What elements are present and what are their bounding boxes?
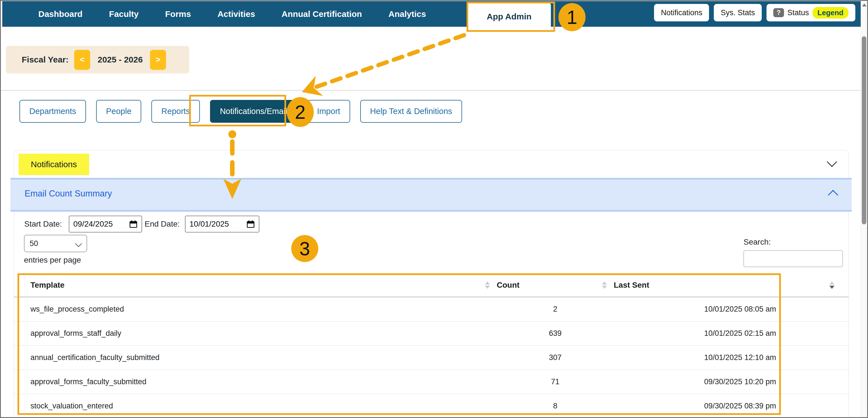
notifications-accordion-label: Notifications [31,160,77,169]
chevron-up-icon[interactable] [829,191,837,200]
notifications-accordion-header[interactable]: Notifications [19,154,89,175]
nav-item-dashboard[interactable]: Dashboard [38,9,83,19]
table-row: stock_valuation_entered 8 09/30/2025 08:… [14,394,848,418]
header-cell-template[interactable]: Template [30,281,497,290]
search-input[interactable] [743,250,843,267]
nav-item-analytics[interactable]: Analytics [389,9,426,19]
cell-count: 307 [497,353,614,362]
cell-template: annual_certification_faculty_submitted [30,353,497,362]
end-date-label: End Date: [145,219,180,229]
status-button[interactable]: ? Status Legend [767,4,855,22]
tab-people[interactable]: People [96,100,141,123]
cell-count: 8 [497,402,614,410]
sort-icon-descending-active[interactable] [829,281,834,289]
nav-item-app-admin-active[interactable]: App Admin [467,3,551,30]
email-count-table: Template Count Last Sent ws_file_process… [14,274,848,418]
start-date-label: Start Date: [24,219,62,229]
cell-count: 639 [497,329,614,338]
vertical-scrollbar[interactable] [861,1,867,417]
cell-last-sent: 10/01/2025 08:05 am [614,305,776,314]
header-cell-count[interactable]: Count [497,281,614,290]
tab-reports[interactable]: Reports [151,100,200,123]
header-template-label: Template [30,281,65,290]
cell-last-sent: 09/30/2025 10:20 pm [614,378,776,386]
help-question-icon: ? [773,8,784,17]
page-size-value: 50 [30,239,38,248]
cell-template: stock_valuation_entered [30,402,497,410]
entries-per-page-label: entries per page [24,255,81,265]
nav-item-faculty[interactable]: Faculty [109,9,139,19]
cell-template: approval_forms_faculty_submitted [30,378,497,386]
fiscal-year-next-button[interactable]: > [150,50,166,70]
cell-template: ws_file_process_completed [30,305,497,314]
table-header-row: Template Count Last Sent [14,274,848,297]
section-divider [1,90,861,91]
cell-count: 71 [497,378,614,386]
cell-last-sent: 09/30/2025 08:39 pm [614,402,776,410]
email-count-summary-label: Email Count Summary [25,188,112,199]
chevron-down-icon[interactable] [828,158,836,167]
header-cell-last-sent[interactable]: Last Sent [614,281,776,290]
cell-template: approval_forms_staff_daily [30,329,497,338]
nav-links: Dashboard Faculty Forms Activities Annua… [38,1,426,27]
sys-stats-button[interactable]: Sys. Stats [714,4,762,22]
app-window: Dashboard Faculty Forms Activities Annua… [0,0,868,418]
table-row: ws_file_process_completed 2 10/01/2025 0… [14,297,848,321]
chevron-down-icon [75,240,82,247]
tab-notifications-email[interactable]: Notifications/Email [210,100,297,123]
header-count-label: Count [497,281,520,290]
legend-badge[interactable]: Legend [812,7,848,19]
start-date-input[interactable] [69,216,142,233]
sys-stats-button-label: Sys. Stats [720,8,755,17]
notifications-button[interactable]: Notifications [654,4,709,22]
tab-departments[interactable]: Departments [20,100,86,123]
sort-icon[interactable] [485,281,490,289]
tab-import[interactable]: Import [307,100,350,123]
header-cell-trailing [776,281,848,289]
scroll-up-arrow-icon[interactable] [862,3,867,6]
scrollbar-thumb[interactable] [862,36,866,224]
email-count-summary-accordion-header[interactable]: Email Count Summary [10,178,851,212]
tab-help-text-definitions[interactable]: Help Text & Definitions [360,100,462,123]
page-size-select[interactable]: 50 [24,235,87,252]
arrowhead-icon [302,76,323,96]
admin-tab-bar: Departments People Reports Notifications… [20,100,462,123]
status-button-label: Status [787,8,809,17]
table-row: annual_certification_faculty_submitted 3… [14,346,848,370]
fiscal-year-value: 2025 - 2026 [97,55,143,65]
arrow-start-dot [228,130,236,138]
end-date-input[interactable] [185,216,259,233]
header-last-sent-label: Last Sent [614,281,649,289]
cell-last-sent: 10/01/2025 02:15 am [614,329,776,338]
fiscal-year-label: Fiscal Year: [22,55,68,65]
search-label: Search: [744,238,771,247]
nav-item-annual-certification[interactable]: Annual Certification [282,9,362,19]
nav-item-activities[interactable]: Activities [217,9,255,19]
fiscal-year-prev-button[interactable]: < [74,50,90,70]
table-row: approval_forms_faculty_submitted 71 09/3… [14,370,848,394]
notifications-button-label: Notifications [661,8,702,17]
table-row: approval_forms_staff_daily 639 10/01/202… [14,321,848,346]
cell-last-sent: 10/01/2025 12:10 am [614,353,776,362]
fiscal-year-bar: Fiscal Year: < 2025 - 2026 > [6,46,189,73]
nav-item-forms[interactable]: Forms [165,9,191,19]
cell-count: 2 [497,305,614,314]
sort-icon[interactable] [602,281,607,289]
nav-utility-buttons: Notifications Sys. Stats ? Status Legend [654,4,855,22]
dashed-arrow-line [314,35,464,88]
